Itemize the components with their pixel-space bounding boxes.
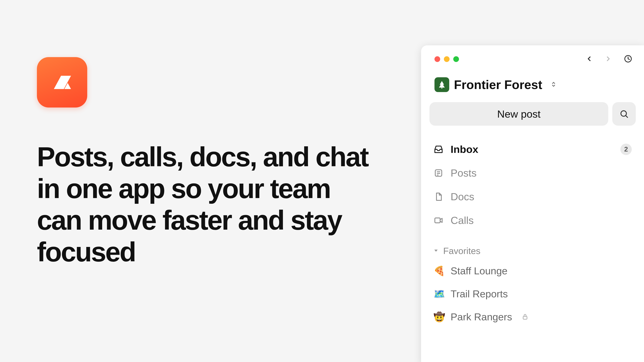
inbox-icon xyxy=(434,144,444,154)
clock-icon xyxy=(624,54,632,63)
svg-line-2 xyxy=(626,115,628,117)
section-title: Favorites xyxy=(443,246,480,256)
workspace-caret xyxy=(550,81,557,88)
traffic-lights xyxy=(434,56,459,62)
nav-label: Inbox xyxy=(450,143,478,155)
nav-item-posts[interactable]: Posts xyxy=(430,161,636,185)
favorite-emoji: 🍕 xyxy=(434,265,444,276)
workspace-icon xyxy=(434,77,449,92)
section-caret xyxy=(434,248,438,254)
favorite-emoji: 🤠 xyxy=(434,311,444,322)
window-zoom-button[interactable] xyxy=(453,56,459,62)
inbox-badge: 2 xyxy=(620,144,632,155)
favorite-label: Staff Lounge xyxy=(450,265,508,277)
favorite-emoji: 🗺️ xyxy=(434,288,444,299)
posts-icon xyxy=(434,168,444,178)
nav-item-docs[interactable]: Docs xyxy=(430,185,636,209)
app-logo-glyph xyxy=(48,69,76,96)
favorite-item-trail-reports[interactable]: 🗺️ Trail Reports xyxy=(430,282,636,305)
history-button[interactable] xyxy=(624,54,632,64)
calls-icon xyxy=(434,215,444,225)
favorite-label: Park Rangers xyxy=(450,311,512,323)
workspace-switcher[interactable]: Frontier Forest xyxy=(421,77,644,92)
new-post-button[interactable]: New post xyxy=(430,102,608,126)
lock-icon xyxy=(521,313,529,321)
nav-label: Docs xyxy=(450,191,474,203)
favorites-section-header[interactable]: Favorites xyxy=(421,246,644,256)
chevron-up-down-icon xyxy=(550,81,557,88)
search-button[interactable] xyxy=(612,102,636,126)
caret-down-icon xyxy=(434,248,438,253)
workspace-name: Frontier Forest xyxy=(454,78,542,92)
docs-icon xyxy=(434,192,444,202)
favorite-item-park-rangers[interactable]: 🤠 Park Rangers xyxy=(430,305,636,328)
svg-rect-7 xyxy=(435,218,440,223)
svg-rect-8 xyxy=(523,316,527,319)
window-minimize-button[interactable] xyxy=(444,56,450,62)
favorite-item-staff-lounge[interactable]: 🍕 Staff Lounge xyxy=(430,259,636,282)
nav-back-button[interactable] xyxy=(586,55,593,63)
window-close-button[interactable] xyxy=(434,56,440,62)
chevron-right-icon xyxy=(604,55,612,63)
nav-item-inbox[interactable]: Inbox 2 xyxy=(430,137,636,161)
nav-item-calls[interactable]: Calls xyxy=(430,209,636,232)
nav-label: Calls xyxy=(450,214,474,226)
app-logo xyxy=(37,57,87,107)
nav-forward-button[interactable] xyxy=(604,55,612,63)
app-window: Frontier Forest New post Inbox 2 xyxy=(421,45,644,362)
favorite-label: Trail Reports xyxy=(450,288,508,300)
tree-icon xyxy=(438,80,446,89)
hero-headline: Posts, calls, docs, and chat in one app … xyxy=(37,141,381,268)
window-titlebar xyxy=(421,54,644,64)
chevron-left-icon xyxy=(586,55,593,63)
nav-label: Posts xyxy=(450,167,476,179)
search-icon xyxy=(619,109,629,119)
